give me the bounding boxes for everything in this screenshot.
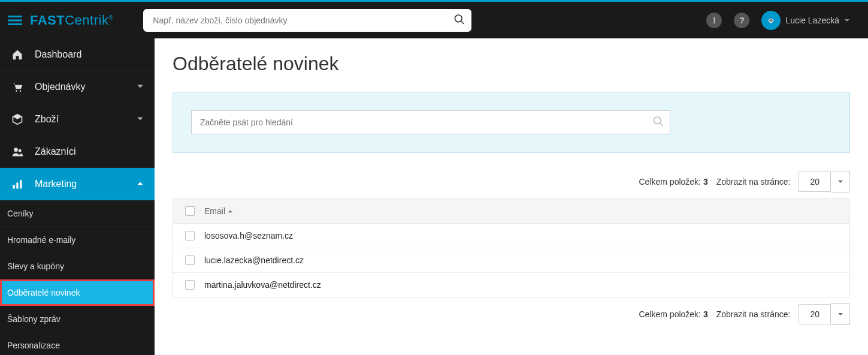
chevron-down-icon[interactable] [831,303,850,325]
svg-rect-9 [13,185,15,188]
topbar: FASTCentrik® ! ? Lucie Lazecká [0,0,868,38]
svg-rect-11 [20,180,22,188]
sidebar-item-label: Dashboard [35,49,81,60]
sidebar-item-orders[interactable]: Objednávky [0,71,155,103]
cart-icon [11,80,24,94]
svg-rect-1 [8,19,22,21]
select-all-checkbox[interactable] [185,206,195,216]
users-icon [11,145,24,158]
sidebar-item-label: Objednávky [35,82,86,92]
subnav-message-templates[interactable]: Šablony zpráv [0,306,155,332]
table-row[interactable]: lososova.h@seznam.cz [173,224,849,248]
sidebar-item-dashboard[interactable]: Dashboard [0,38,155,71]
total-count: 3 [703,177,708,186]
total-label: Celkem položek: 3 [639,177,708,186]
help-icon[interactable]: ? [734,13,749,28]
subnav-pricelists[interactable]: Ceníky [0,200,155,227]
svg-point-6 [20,90,22,92]
chevron-up-icon [137,179,144,189]
chevron-down-icon[interactable] [831,171,850,192]
row-email: lucie.lazecka@netdirect.cz [204,255,304,265]
svg-point-5 [16,90,17,92]
sidebar-item-label: Zákazníci [35,146,75,157]
logo-bold: FAST [30,13,65,28]
filter-panel [173,92,850,153]
svg-point-7 [14,148,18,152]
subnav-newsletter-subscribers[interactable]: Odběratelé novinek [0,279,155,306]
row-checkbox[interactable] [185,280,195,290]
pager-bottom: Celkem položek: 3 Zobrazit na stránce: 2… [173,297,850,331]
subnav-personalization[interactable]: Personalizace [0,332,155,355]
per-page-label: Zobrazit na stránce: [716,309,791,319]
svg-rect-10 [16,182,18,188]
column-header-email[interactable]: Email [204,206,233,216]
filter-search-input[interactable] [191,110,670,134]
total-count: 3 [703,309,708,319]
topbar-right: ! ? Lucie Lazecká [706,11,868,30]
row-email: martina.jaluvkova@netdirect.cz [204,280,321,290]
svg-point-12 [654,117,661,124]
per-page-value: 20 [799,172,831,192]
user-menu[interactable]: Lucie Lazecká [761,11,850,30]
global-search-input[interactable] [143,9,471,32]
logo[interactable]: FASTCentrik® [30,13,125,28]
row-checkbox[interactable] [185,231,195,240]
sort-asc-icon [228,209,233,214]
table-header: Email [173,199,849,224]
per-page-value: 20 [799,304,831,324]
row-checkbox[interactable] [185,255,195,265]
filter-search [191,110,670,134]
chevron-down-icon [844,17,850,23]
sidebar: Dashboard Objednávky Zboží Zákazníci Mar… [0,0,155,355]
global-search [143,9,471,32]
power-icon [761,11,781,30]
svg-point-3 [455,15,462,22]
pager-top: Celkem položek: 3 Zobrazit na stránce: 2… [173,165,850,198]
home-icon [11,48,24,61]
per-page-label: Zobrazit na stránce: [716,177,791,186]
svg-point-8 [19,149,22,152]
sidebar-item-marketing[interactable]: Marketing [0,168,155,200]
sidebar-item-customers[interactable]: Zákazníci [0,136,155,168]
svg-rect-2 [8,23,22,25]
menu-toggle[interactable] [0,13,30,28]
sidebar-item-label: Marketing [35,179,77,189]
per-page-select[interactable]: 20 [799,303,850,325]
page-title: Odběratelé novinek [173,53,850,75]
sidebar-submenu: Ceníky Hromadné e-maily Slevy a kupóny O… [0,200,155,355]
search-icon[interactable] [652,116,664,130]
subnav-bulk-emails[interactable]: Hromadné e-maily [0,227,155,253]
alert-icon[interactable]: ! [706,13,722,28]
svg-line-13 [660,123,663,126]
svg-rect-0 [8,16,22,17]
chevron-down-icon [137,82,144,92]
chart-icon [11,178,24,191]
row-email: lososova.h@seznam.cz [204,231,293,240]
svg-line-4 [461,21,464,24]
logo-light: Centrik [65,13,108,28]
subscribers-table: Email lososova.h@seznam.cz lucie.lazecka… [173,198,850,297]
search-icon[interactable] [453,13,465,27]
subnav-discounts[interactable]: Slevy a kupóny [0,253,155,279]
tag-icon [11,113,24,126]
hamburger-icon [8,13,22,28]
per-page-select[interactable]: 20 [799,171,850,192]
sidebar-item-goods[interactable]: Zboží [0,103,155,136]
logo-reg: ® [108,14,113,20]
main-content: Odběratelé novinek Celkem položek: 3 Zob… [155,0,868,355]
table-row[interactable]: martina.jaluvkova@netdirect.cz [173,273,849,297]
total-label: Celkem položek: 3 [639,309,708,319]
sidebar-item-label: Zboží [35,114,59,125]
table-row[interactable]: lucie.lazecka@netdirect.cz [173,248,849,273]
chevron-down-icon [137,114,144,125]
user-name: Lucie Lazecká [785,16,839,25]
